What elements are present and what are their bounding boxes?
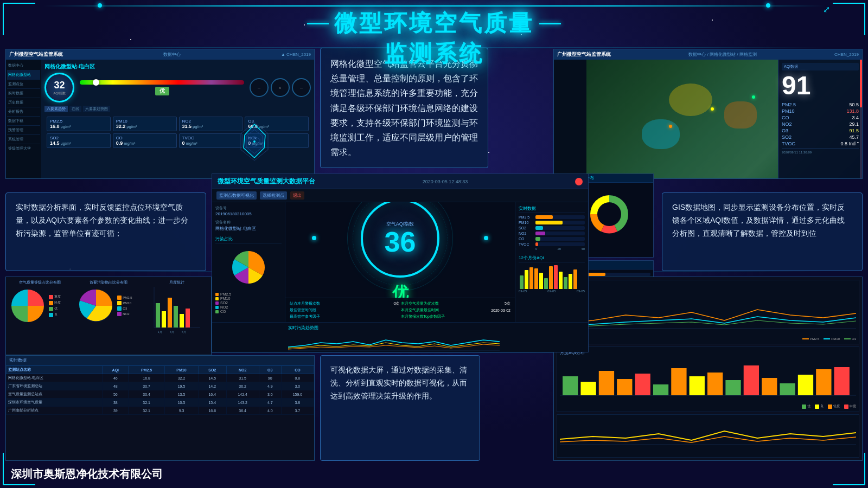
center-btn-viz[interactable]: 监测点数据可视化	[216, 191, 257, 200]
title-deco-left	[307, 23, 329, 24]
svg-rect-26	[599, 371, 614, 395]
nav-item-5[interactable]: 历史数据	[7, 98, 40, 107]
table-row: 广州南部分析站点 39 32.1 9.3 16.6 36.4 4.0 3.7	[7, 407, 314, 415]
nav-item-7[interactable]: 数据下载	[7, 117, 40, 126]
center-title: 微型环境空气质量监测大数据平台	[218, 177, 315, 186]
br-bar-chart-title: 月度AQI分布	[560, 350, 856, 356]
tr-no2: 29.1	[849, 121, 859, 127]
nav-item-3[interactable]: 监测点位	[7, 80, 40, 89]
svg-rect-29	[653, 384, 668, 395]
data-table: 监测站点名称 AQI PM2.5 PM10 SO2 NO2 O3 CO 网格化微…	[6, 365, 314, 415]
tl-aqi-label: AQI指数	[53, 91, 65, 96]
tl-tab3[interactable]: 六要素趋势图	[83, 106, 110, 112]
blc-pie2-chart	[77, 287, 115, 325]
title-line1: 微型环境空气质量	[334, 8, 534, 38]
tr-scrollbar[interactable]	[860, 60, 862, 178]
svg-rect-35	[762, 378, 777, 395]
blc-pie2-title: 首要污染物占比分布图	[77, 280, 139, 285]
corner-decoration-tr	[833, 3, 865, 35]
desc-mid-right-text: GIS数据地图，同步显示监测设备分布位置，实时反馈各个区域AQI数值，及数据详情…	[672, 201, 852, 240]
bottom-left-charts: 空气质量等级占比分布图 重度 轻度 优 良 首要污染物占比分布图	[5, 277, 212, 355]
tr-co: 3.4	[852, 115, 859, 120]
air-grade-donut	[582, 187, 636, 241]
tl-breadcrumb: 数据中心	[163, 52, 181, 57]
top-deco-line	[0, 5, 868, 7]
tl-tab2[interactable]: 在线	[69, 106, 81, 112]
svg-rect-14	[162, 311, 166, 328]
tr-o3: 91.5	[849, 128, 859, 133]
br-yellow-chart-container	[557, 414, 859, 458]
nav-item-6[interactable]: 分析报告	[7, 107, 40, 117]
center-pie-legend: PM2.5 PM10 SO2 NO2 CO	[215, 292, 282, 313]
svg-rect-37	[798, 375, 813, 395]
center-device-name: 网格化微型站-电白区	[215, 226, 282, 232]
company-name: 深圳市奥斯恩净化技术有限公司	[11, 467, 163, 481]
tr-user: CHEN_2019	[834, 52, 859, 57]
center-real-data-title: 实时数据	[519, 206, 585, 213]
table-row: 深圳市环境空气质量 38 32.1 10.5 15.4 143.2 4.7 3.…	[7, 399, 314, 407]
blc-pie1-title: 空气质量等级占比分布图	[9, 280, 71, 285]
svg-point-8	[597, 202, 621, 226]
svg-rect-39	[834, 367, 850, 395]
center-btn-exit[interactable]: 退出	[290, 191, 304, 200]
svg-rect-38	[816, 369, 831, 395]
tl-stat3: —	[300, 86, 303, 89]
br-line-chart	[560, 291, 856, 334]
svg-rect-25	[580, 382, 596, 395]
svg-text:3月: 3月	[170, 330, 174, 333]
tl-aqi-value: 32	[54, 80, 65, 91]
nav-item-1[interactable]: 数据中心	[7, 61, 40, 70]
br-bar-chart	[560, 357, 856, 401]
top-right-panel: 广州微型空气站监管系统 数据中心 / 网格化微型站 / 网格监测 CHEN_20…	[553, 49, 863, 179]
svg-rect-32	[707, 373, 723, 395]
title-line2: 监测系统	[302, 38, 566, 69]
main-title: 微型环境空气质量 监测系统	[302, 8, 566, 69]
tr-pm25: 50.5	[849, 102, 859, 107]
svg-rect-27	[617, 379, 632, 395]
br-line-chart-title: 历史趋势	[560, 283, 856, 289]
svg-rect-18	[186, 309, 190, 328]
nav-item-8[interactable]: 预警管理	[7, 126, 40, 135]
center-aqi-12m-title: 12个月份AQI	[519, 255, 585, 262]
svg-text:5月: 5月	[182, 330, 186, 333]
center-btn-select[interactable]: 选择检测点	[260, 191, 287, 200]
center-pie-title: 污染占比	[215, 236, 282, 243]
center-device-id-label: 设备号	[215, 206, 282, 211]
nav-item-2[interactable]: 网格化微型站	[7, 70, 40, 80]
tl-tab1[interactable]: 六要素趋势	[44, 106, 68, 112]
nav-item-9[interactable]: 系统管理	[7, 135, 40, 144]
center-close-btn[interactable]	[575, 178, 583, 185]
description-bottom-center: 可视化数据大屏，通过对数据的采集、清洗、分析到直观实时的数据可视化，从而达到高效…	[320, 355, 480, 461]
svg-rect-36	[780, 383, 795, 395]
description-mid-right: GIS数据地图，同步显示监测设备分布位置，实时反馈各个区域AQI数值，及数据详情…	[662, 192, 863, 271]
deco-dot-left	[98, 3, 102, 8]
nav-item-4[interactable]: 实时数据	[7, 89, 40, 98]
tl-quality-badge: 优	[155, 87, 169, 95]
expand-icon[interactable]: ⤢	[823, 4, 830, 15]
nav-item-10[interactable]: 等级管理大学	[7, 144, 40, 153]
svg-rect-31	[690, 376, 705, 395]
bottom-right-panel: 历史趋势 PM2.5 PM10 O3 月度AQI分布	[553, 277, 863, 461]
center-pie-chart	[215, 246, 282, 289]
svg-rect-28	[635, 374, 650, 395]
svg-rect-13	[156, 303, 160, 328]
tr-date: 2020/09/11 11:30:09	[782, 149, 859, 154]
tl-panel-title: 广州微型空气站监管系统	[9, 51, 63, 58]
bottom-table-panel: 实时数据 监测站点名称 AQI PM2.5 PM10 SO2 NO2 O3 CO…	[5, 355, 315, 461]
center-trend-title: 实时污染趋势图	[288, 325, 584, 331]
top-left-panel: 广州微型空气站监管系统 数据中心 ▲ CHEN_2019 数据中心 网格化微型站…	[5, 49, 315, 179]
tr-pm10: 131.8	[846, 108, 859, 114]
tl-section-title: 网格化微型站-电白区	[44, 63, 311, 70]
tr-tvoc: 0.8 Ind ''	[841, 141, 859, 146]
svg-text:1月: 1月	[158, 330, 162, 333]
center-panel: 微型环境空气质量监测大数据平台 2020-03-05 12:48:33 监测点数…	[212, 174, 589, 352]
title-deco-right	[539, 23, 561, 24]
blc-bar-title: 月度统计	[146, 280, 208, 285]
tl-stat1: —	[258, 86, 260, 89]
svg-point-4	[253, 140, 256, 143]
description-mid-left: 实时数据分析界面，实时反馈监控点位环境空气质量，以及AQI六要素各个参数的变化曲…	[5, 192, 206, 271]
tr-aqi-title: AQI数据	[782, 63, 859, 70]
svg-rect-30	[671, 368, 686, 395]
desc-bottom-center-text: 可视化数据大屏，通过对数据的采集、清洗、分析到直观实时的数据可视化，从而达到高效…	[330, 364, 470, 402]
center-aqi-num: 36	[385, 228, 416, 256]
